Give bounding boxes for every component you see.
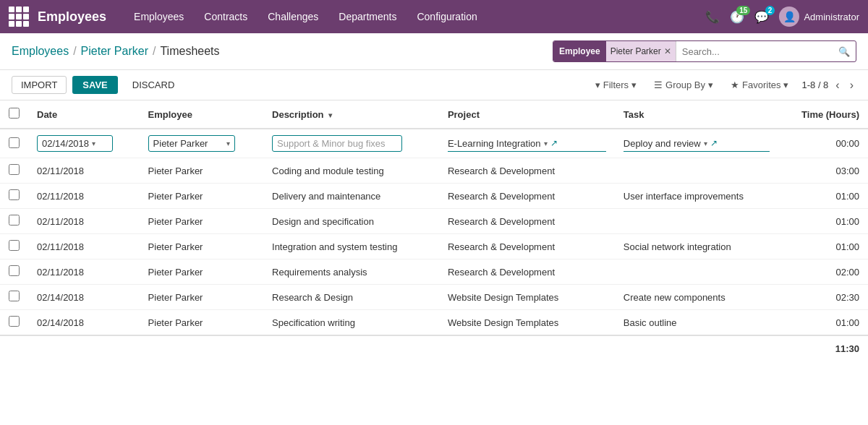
edit-project-cell: E-Learning Integration ▾ ↗	[439, 129, 615, 158]
row-date: 02/11/2018	[28, 158, 140, 184]
app-grid-icon[interactable]	[9, 7, 29, 27]
col-description[interactable]: Description ▾	[263, 100, 439, 129]
nav-contracts[interactable]: Contracts	[194, 0, 258, 33]
row-employee: Pieter Parker	[140, 259, 263, 285]
col-task[interactable]: Task	[615, 100, 778, 129]
row-date: 02/11/2018	[28, 184, 140, 209]
edit-time-cell: 00:00	[778, 129, 868, 158]
row-date: 02/11/2018	[28, 259, 140, 285]
row-checkbox[interactable]	[9, 291, 20, 301]
breadcrumb-current: Timesheets	[160, 45, 219, 58]
row-checkbox[interactable]	[9, 240, 20, 251]
row-time: 03:00	[778, 158, 868, 184]
nav-challenges[interactable]: Challenges	[258, 0, 328, 33]
nav-configuration[interactable]: Configuration	[407, 0, 487, 33]
edit-employee-cell: Pieter Parker ▾	[140, 129, 263, 158]
table-row-editing: 02/14/2018 ▾ Pieter Parker ▾ Support & M…	[0, 129, 868, 158]
row-employee: Pieter Parker	[140, 310, 263, 336]
row-check-cell	[0, 234, 28, 259]
save-button[interactable]: SAVE	[72, 76, 117, 94]
nav-departments[interactable]: Departments	[328, 0, 407, 33]
col-employee[interactable]: Employee	[140, 100, 263, 129]
activities-icon[interactable]: 🕐 15	[730, 10, 744, 24]
table-row: 02/14/2018 Pieter Parker Research & Desi…	[0, 285, 868, 310]
row-description: Research & Design	[263, 285, 439, 310]
row-time: 01:00	[778, 209, 868, 234]
table-row: 02/14/2018 Pieter Parker Specification w…	[0, 310, 868, 336]
table-header-row: Date Employee Description ▾ Project Task…	[0, 100, 868, 129]
project-ext-link[interactable]: ↗	[550, 138, 558, 148]
star-icon: ★	[731, 80, 739, 90]
filters-button[interactable]: ▾ Filters ▾	[591, 77, 641, 93]
left-actions: IMPORT SAVE DISCARD	[12, 76, 591, 94]
nav-employees[interactable]: Employees	[124, 0, 194, 33]
row-date: 02/14/2018	[28, 285, 140, 310]
row-employee: Pieter Parker	[140, 285, 263, 310]
row-checkbox[interactable]	[9, 164, 20, 175]
row-checkbox[interactable]	[9, 215, 20, 226]
row-checkbox[interactable]	[9, 189, 20, 200]
timesheets-table: Date Employee Description ▾ Project Task…	[0, 100, 868, 361]
row-project: Website Design Templates	[439, 285, 615, 310]
row-description: Coding and module testing	[263, 158, 439, 184]
search-tag-value: Pieter Parker ✕	[606, 41, 676, 61]
date-dropdown-icon: ▾	[92, 139, 95, 147]
employee-input[interactable]: Pieter Parker ▾	[148, 135, 235, 152]
col-project[interactable]: Project	[439, 100, 615, 129]
search-input[interactable]	[676, 41, 833, 61]
prev-page-button[interactable]: ‹	[833, 77, 842, 93]
groupby-chevron: ▾	[708, 80, 713, 90]
row-check-cell	[0, 158, 28, 184]
row-employee: Pieter Parker	[140, 209, 263, 234]
row-project: Research & Development	[439, 209, 615, 234]
remove-tag-button[interactable]: ✕	[664, 46, 671, 56]
row-task: Basic outline	[615, 310, 778, 336]
edit-row-check	[0, 129, 28, 158]
col-time[interactable]: Time (Hours)	[778, 100, 868, 129]
col-date[interactable]: Date	[28, 100, 140, 129]
date-input[interactable]: 02/14/2018 ▾	[37, 135, 113, 152]
admin-menu[interactable]: 👤 Administrator	[779, 7, 859, 27]
row-task	[615, 209, 778, 234]
next-page-button[interactable]: ›	[847, 77, 856, 93]
table-row: 02/11/2018 Pieter Parker Coding and modu…	[0, 158, 868, 184]
row-project: Research & Development	[439, 259, 615, 285]
row-project: Research & Development	[439, 158, 615, 184]
edit-row-checkbox[interactable]	[9, 137, 20, 148]
row-check-cell	[0, 285, 28, 310]
pagination: 1-8 / 8 ‹ ›	[801, 77, 856, 93]
groupby-button[interactable]: ☰ Group By ▾	[650, 77, 718, 93]
task-dropdown-icon: ▾	[704, 139, 707, 147]
row-description: Integration and system testing	[263, 234, 439, 259]
favorites-button[interactable]: ★ Favorites ▾	[726, 77, 793, 93]
messages-icon[interactable]: 💬 2	[754, 10, 769, 24]
breadcrumb-parent[interactable]: Pieter Parker	[81, 45, 148, 58]
row-date: 02/11/2018	[28, 234, 140, 259]
description-input[interactable]: Support & Minor bug fixes	[272, 135, 402, 152]
discard-button[interactable]: DISCARD	[124, 77, 184, 93]
breadcrumb-sep-2: /	[153, 45, 156, 58]
row-date: 02/14/2018	[28, 310, 140, 336]
row-checkbox[interactable]	[9, 316, 20, 327]
edit-task-cell: Deploy and review ▾ ↗	[615, 129, 778, 158]
search-button[interactable]: 🔍	[833, 46, 856, 57]
task-input[interactable]: Deploy and review ▾ ↗	[624, 136, 770, 152]
task-ext-link[interactable]: ↗	[710, 138, 718, 148]
groupby-icon: ☰	[654, 80, 663, 90]
project-input[interactable]: E-Learning Integration ▾ ↗	[448, 136, 606, 152]
phone-icon[interactable]: 📞	[705, 10, 720, 24]
table-container: Date Employee Description ▾ Project Task…	[0, 100, 868, 361]
breadcrumb-bar: Employees / Pieter Parker / Timesheets E…	[0, 33, 868, 70]
breadcrumb-sep-1: /	[73, 45, 76, 58]
row-time: 01:00	[778, 184, 868, 209]
select-all-checkbox[interactable]	[9, 108, 20, 119]
row-checkbox[interactable]	[9, 265, 20, 276]
breadcrumb: Employees / Pieter Parker / Timesheets	[12, 45, 553, 58]
messages-badge: 2	[765, 6, 775, 15]
breadcrumb-root[interactable]: Employees	[12, 45, 69, 58]
table-row: 02/11/2018 Pieter Parker Requirements an…	[0, 259, 868, 285]
row-time: 01:00	[778, 234, 868, 259]
import-button[interactable]: IMPORT	[12, 76, 67, 94]
row-description: Delivery and maintenance	[263, 184, 439, 209]
funnel-icon: ▾	[595, 80, 600, 90]
